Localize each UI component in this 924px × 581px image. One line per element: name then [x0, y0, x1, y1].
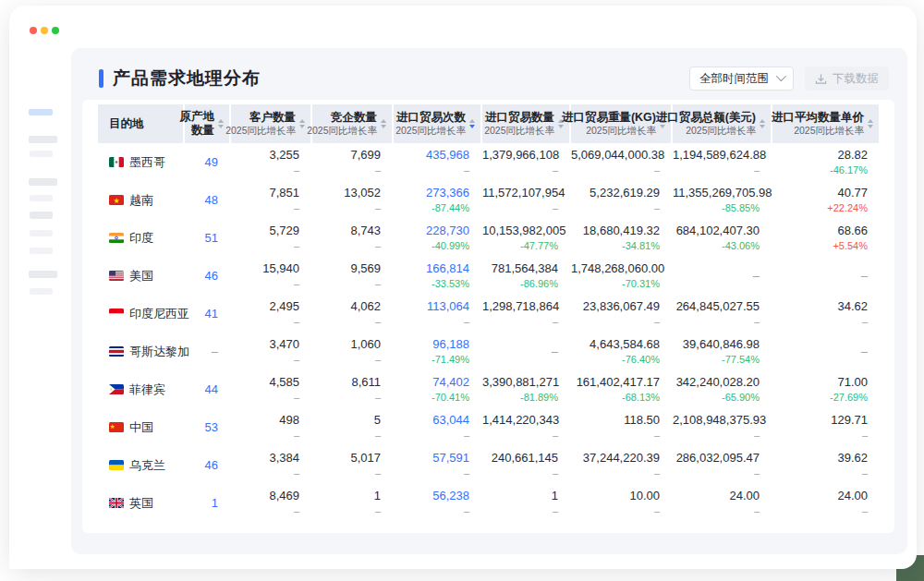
- table-body: 墨西哥493,255–7,699–435,968–1,379,966,108–5…: [98, 143, 879, 522]
- sidebar-skeleton-item[interactable]: [30, 248, 53, 254]
- cell-metric[interactable]: 63,044–: [394, 408, 480, 446]
- cell-metric[interactable]: 113,064–: [394, 295, 480, 333]
- sidebar-skeleton-item[interactable]: [30, 212, 53, 219]
- cell-metric[interactable]: 57,591–: [394, 446, 480, 484]
- cell-metric: 1–: [482, 484, 569, 522]
- sort-caret-up-icon[interactable]: [868, 119, 873, 123]
- cell-metric: 161,402,417.17-68.13%: [571, 370, 671, 408]
- cell-metric: 1,379,966,108–: [482, 143, 569, 181]
- svg-text:★: ★: [113, 197, 119, 205]
- geo-distribution-table: 目的地原产地数量客户数量2025同比增长率竞企数量2025同比增长率进口贸易次数…: [96, 104, 881, 522]
- table-row: 印度尼西亚412,495–4,062–113,064–1,298,718,864…: [98, 295, 879, 333]
- cell-metric[interactable]: 166,814-33.53%: [394, 257, 480, 295]
- cell-metric: 2,108,948,375.93–: [673, 408, 771, 446]
- cell-origin-count: –: [185, 333, 229, 370]
- sort-carets-icon[interactable]: [868, 119, 873, 128]
- column-header-2[interactable]: 原产地数量: [185, 104, 229, 143]
- cell-origin-count[interactable]: 48: [185, 181, 229, 219]
- cell-metric: 684,102,407.30-43.06%: [673, 219, 771, 257]
- sort-caret-up-icon[interactable]: [218, 119, 224, 123]
- sidebar-skeleton-item[interactable]: [30, 195, 53, 201]
- column-header-5[interactable]: 进口贸易次数2025同比增长率: [394, 104, 480, 143]
- cell-metric: 5,017–: [312, 446, 392, 484]
- time-range-value: 全部时间范围: [699, 71, 769, 87]
- sort-carets-icon[interactable]: [381, 119, 386, 128]
- cell-metric: 28.82-46.17%: [772, 143, 879, 181]
- mexico-flag-icon: [109, 157, 124, 167]
- sort-carets-icon[interactable]: [218, 119, 224, 128]
- sort-caret-up-icon[interactable]: [381, 119, 386, 123]
- column-header-8[interactable]: 进口贸易总额(美元)2025同比增长率: [673, 104, 771, 143]
- sort-caret-up-icon[interactable]: [469, 119, 475, 123]
- window-controls: [30, 27, 59, 34]
- sidebar-skeleton-item-active[interactable]: [29, 109, 53, 115]
- country-name: 美国: [129, 268, 153, 284]
- country-name: 越南: [129, 192, 153, 209]
- sidebar-skeleton-item[interactable]: [30, 151, 53, 157]
- cell-metric[interactable]: 435,968–: [394, 143, 480, 181]
- cell-metric: 1,748,268,060.00-70.31%: [571, 257, 671, 295]
- cell-metric: 34.62–: [772, 295, 879, 333]
- sort-carets-icon[interactable]: [469, 119, 475, 128]
- cell-metric: 286,032,095.47–: [673, 446, 771, 484]
- cell-metric: 8,611–: [312, 370, 392, 408]
- cell-metric: 24.00–: [673, 484, 771, 522]
- table-header: 目的地原产地数量客户数量2025同比增长率竞企数量2025同比增长率进口贸易次数…: [98, 104, 879, 143]
- sort-caret-down-icon[interactable]: [469, 125, 475, 128]
- title-accent-bar: [99, 69, 103, 88]
- cell-metric: 1,194,589,624.88–: [673, 143, 771, 181]
- column-header-1: 目的地: [98, 104, 183, 143]
- cell-destination: 乌克兰: [98, 446, 183, 484]
- table-row: 美国4615,940–9,569–166,814-33.53%781,564,3…: [98, 257, 879, 295]
- column-header-9[interactable]: 进口平均数量单价2025同比增长率: [772, 104, 879, 143]
- cell-metric[interactable]: 273,366-87.44%: [394, 181, 480, 219]
- cell-metric: 498–: [231, 408, 310, 446]
- cell-origin-count[interactable]: 41: [185, 295, 229, 333]
- cell-metric: 2,495–: [231, 295, 310, 333]
- cell-origin-count[interactable]: 53: [185, 408, 229, 446]
- country-name: 墨西哥: [129, 154, 165, 171]
- sidebar-skeleton-item[interactable]: [29, 271, 57, 278]
- table-row: 哥斯达黎加–3,470–1,060–96,188-71.49%–4,643,58…: [98, 333, 879, 370]
- sort-caret-up-icon[interactable]: [299, 119, 305, 123]
- time-range-select[interactable]: 全部时间范围: [689, 67, 794, 91]
- close-window-icon[interactable]: [30, 27, 37, 34]
- cell-destination: 美国: [98, 257, 183, 295]
- sort-carets-icon[interactable]: [760, 119, 765, 128]
- sort-caret-down-icon[interactable]: [299, 125, 305, 128]
- sort-caret-down-icon[interactable]: [868, 125, 873, 128]
- cell-origin-count[interactable]: 46: [185, 446, 229, 484]
- cell-metric[interactable]: 96,188-71.49%: [394, 333, 480, 370]
- sidebar-skeleton-item[interactable]: [30, 230, 53, 236]
- sidebar-skeleton-item[interactable]: [29, 178, 57, 186]
- cell-metric[interactable]: 228,730-40.99%: [394, 219, 480, 257]
- cell-metric[interactable]: 74,402-70.41%: [394, 370, 480, 408]
- download-data-button[interactable]: 下载数据: [805, 67, 889, 91]
- uk-flag-icon: [109, 498, 124, 508]
- cell-origin-count[interactable]: 44: [185, 370, 229, 408]
- cell-origin-count[interactable]: 49: [185, 143, 229, 181]
- table-card: 目的地原产地数量客户数量2025同比增长率竞企数量2025同比增长率进口贸易次数…: [82, 100, 894, 533]
- cell-origin-count[interactable]: 51: [185, 219, 229, 257]
- sort-caret-down-icon[interactable]: [218, 125, 224, 128]
- column-header-3[interactable]: 客户数量2025同比增长率: [231, 104, 310, 143]
- cell-metric[interactable]: 56,238–: [394, 484, 480, 522]
- column-header-4[interactable]: 竞企数量2025同比增长率: [312, 104, 392, 143]
- cell-metric: 5,232,619.29–: [571, 181, 671, 219]
- cell-origin-count[interactable]: 46: [185, 257, 229, 295]
- sort-carets-icon[interactable]: [299, 119, 305, 128]
- sort-caret-up-icon[interactable]: [760, 119, 765, 123]
- cell-metric: 68.66+5.54%: [772, 219, 879, 257]
- column-header-label: 进口贸易次数2025同比增长率: [395, 111, 466, 137]
- column-header-6[interactable]: 进口贸易数量2025同比增长率: [482, 104, 569, 143]
- maximize-window-icon[interactable]: [52, 27, 59, 34]
- cell-origin-count[interactable]: 1: [185, 484, 229, 522]
- sidebar-skeleton-item[interactable]: [29, 136, 57, 143]
- sort-caret-down-icon[interactable]: [760, 125, 765, 128]
- column-header-label: 客户数量2025同比增长率: [225, 111, 296, 137]
- download-button-label: 下载数据: [833, 71, 879, 87]
- minimize-window-icon[interactable]: [41, 27, 48, 34]
- sort-caret-down-icon[interactable]: [381, 125, 386, 128]
- sidebar-skeleton-item[interactable]: [30, 288, 53, 295]
- cell-metric: 39,640,846.98-77.54%: [673, 333, 771, 370]
